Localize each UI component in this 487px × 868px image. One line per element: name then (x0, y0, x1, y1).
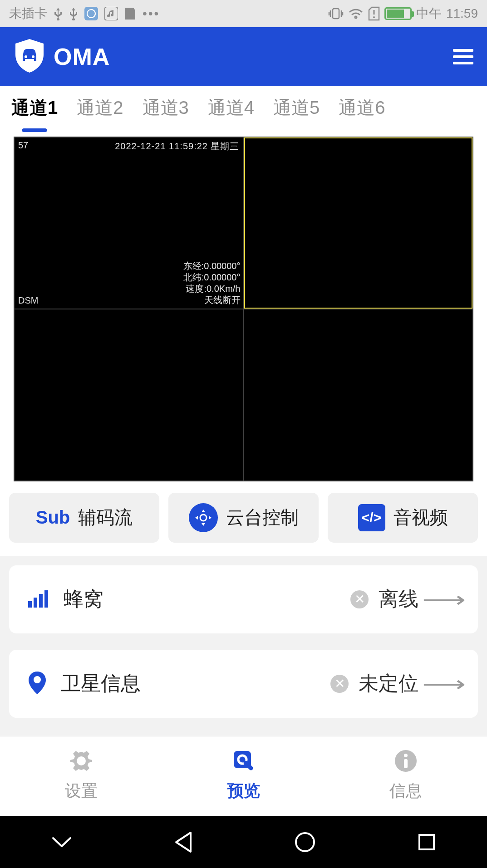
app-icon-1 (84, 7, 98, 20)
app-header: OMA (0, 27, 487, 86)
svg-point-7 (32, 55, 34, 58)
more-icon: ••• (143, 6, 160, 21)
channel-tabs: 通道1 通道2 通道3 通道4 通道5 通道6 (0, 86, 487, 132)
svg-point-5 (373, 16, 375, 18)
music-icon (104, 7, 118, 20)
cellular-status: 离线 (379, 586, 418, 613)
bottom-tab-settings[interactable]: 设置 (0, 736, 162, 813)
osd-longitude: 东经:0.00000° (183, 260, 241, 272)
time-prefix: 中午 (416, 5, 442, 22)
av-button[interactable]: </> 音视频 (328, 493, 478, 543)
status-bar: 未插卡 ••• 中午11:59 (0, 0, 487, 27)
nav-recent[interactable] (417, 832, 437, 852)
preview-icon (230, 747, 257, 775)
control-row: Sub 辅码流 云台控制 </> 音视频 (0, 493, 487, 556)
cellular-card[interactable]: 蜂窝 ✕ 离线 ⟶ (9, 565, 478, 633)
offline-icon: ✕ (350, 590, 369, 608)
svg-rect-3 (333, 9, 339, 19)
bottom-tab-info[interactable]: 信息 (325, 736, 487, 813)
tab-channel-2[interactable]: 通道2 (77, 95, 123, 132)
shield-car-icon (14, 38, 45, 75)
svg-point-21 (296, 833, 314, 851)
nav-back[interactable] (173, 831, 193, 853)
osd-gps-info: 东经:0.00000° 北纬:0.00000° 速度:0.0Km/h 天线断开 (183, 260, 241, 306)
sim-alert-icon (368, 6, 380, 21)
nav-collapse[interactable] (50, 834, 73, 850)
signal-bars-icon (27, 588, 50, 610)
usb-icon (54, 7, 63, 20)
svg-rect-2 (104, 7, 118, 20)
settings-label: 设置 (65, 780, 98, 802)
tab-channel-3[interactable]: 通道3 (143, 95, 189, 132)
osd-camera-label: DSM (18, 295, 38, 306)
sub-icon: Sub (36, 507, 70, 528)
gear-icon (68, 747, 95, 775)
video-cell-4[interactable] (244, 309, 473, 481)
svg-rect-0 (84, 7, 98, 20)
preview-label: 预览 (227, 780, 260, 802)
svg-point-8 (200, 515, 207, 521)
svg-rect-10 (34, 598, 37, 608)
video-cell-1[interactable]: 57 2022-12-21 11:59:22 星期三 DSM 东经:0.0000… (15, 137, 243, 309)
vibrate-icon (328, 7, 344, 20)
svg-point-19 (404, 754, 408, 757)
sim-status-text: 未插卡 (9, 5, 47, 22)
app-logo: OMA (14, 38, 110, 75)
tab-channel-6[interactable]: 通道6 (339, 95, 385, 132)
app-title: OMA (54, 43, 110, 70)
av-label: 音视频 (394, 505, 448, 530)
menu-button[interactable] (453, 49, 473, 64)
svg-rect-20 (404, 759, 408, 768)
tab-channel-1[interactable]: 通道1 (11, 95, 58, 132)
svg-point-14 (77, 756, 86, 765)
arrow-right-icon-2: ⟶ (422, 671, 466, 696)
no-fix-icon: ✕ (330, 675, 349, 693)
battery-icon (384, 7, 412, 20)
svg-rect-11 (39, 594, 43, 608)
substream-button[interactable]: Sub 辅码流 (9, 493, 159, 543)
svg-rect-22 (419, 835, 434, 849)
ptz-icon (189, 503, 218, 532)
location-pin-icon (27, 671, 47, 697)
code-icon: </> (358, 504, 385, 531)
android-nav-bar (0, 816, 487, 868)
info-label: 信息 (389, 780, 422, 802)
bottom-tab-bar: 设置 预览 信息 (0, 736, 487, 813)
video-cell-2[interactable] (244, 137, 473, 309)
osd-antenna: 天线断开 (183, 294, 241, 306)
osd-timestamp: 2022-12-21 11:59:22 星期三 (115, 140, 239, 152)
bottom-tab-preview[interactable]: 预览 (162, 736, 325, 813)
tab-channel-5[interactable]: 通道5 (273, 95, 320, 132)
cellular-label: 蜂窝 (64, 586, 103, 613)
arrow-right-icon: ⟶ (422, 587, 466, 612)
video-grid: 57 2022-12-21 11:59:22 星期三 DSM 东经:0.0000… (14, 137, 473, 481)
substream-label: 辅码流 (78, 505, 133, 530)
wifi-icon (348, 7, 364, 20)
ptz-button[interactable]: 云台控制 (168, 493, 319, 543)
osd-channel-number: 57 (18, 140, 28, 151)
tab-channel-4[interactable]: 通道4 (208, 95, 254, 132)
app-icon-2 (124, 7, 136, 20)
clock-text: 11:59 (446, 6, 478, 21)
nav-home[interactable] (294, 831, 316, 853)
svg-rect-12 (44, 590, 48, 608)
satellite-label: 卫星信息 (61, 670, 141, 697)
osd-latitude: 北纬:0.00000° (183, 272, 241, 283)
video-cell-3[interactable] (15, 309, 243, 481)
usb-icon-2 (69, 7, 78, 20)
info-cards: 蜂窝 ✕ 离线 ⟶ 卫星信息 ✕ 未定位 ⟶ (0, 556, 487, 736)
satellite-status: 未定位 (359, 670, 418, 697)
svg-point-6 (25, 55, 27, 58)
svg-point-13 (34, 676, 41, 683)
ptz-label: 云台控制 (226, 505, 299, 530)
info-icon (392, 747, 419, 775)
svg-rect-9 (28, 601, 32, 608)
osd-speed: 速度:0.0Km/h (183, 283, 241, 294)
satellite-card[interactable]: 卫星信息 ✕ 未定位 ⟶ (9, 650, 478, 718)
